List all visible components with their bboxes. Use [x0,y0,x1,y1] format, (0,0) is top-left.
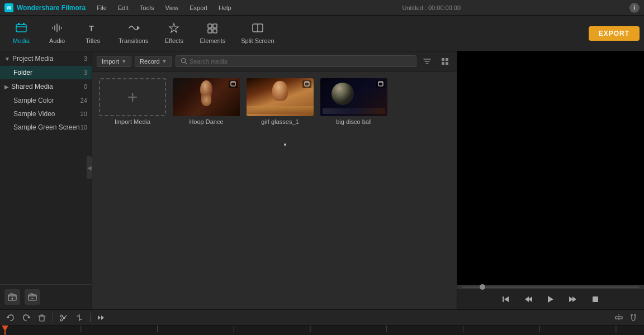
speed-button[interactable] [95,312,107,324]
folder-count: 3 [84,69,87,76]
sidebar-collapse-handle[interactable]: ◀ [87,156,92,179]
svg-line-15 [185,63,187,64]
playhead-handle [2,326,8,331]
import-media-item[interactable]: + Import Media [99,78,166,125]
import-placeholder[interactable]: + [99,78,166,116]
remove-folder-button[interactable] [25,289,40,305]
svg-rect-23 [503,296,504,302]
media-item-hoop-dance[interactable]: Hoop Dance [173,78,240,125]
prev-frame-button[interactable] [499,293,513,306]
svg-rect-21 [305,82,309,86]
timeline-separator [53,313,53,322]
tool-split-screen[interactable]: Split Screen [234,19,281,47]
project-media-count: 3 [84,55,87,62]
timeline: 00:00:00:00 00:00:08:10 00:00:16:20 00:0… [0,309,644,335]
menu-help[interactable]: Help [216,3,234,12]
import-label: Import [102,58,119,65]
media-item-girl-glasses[interactable]: girl glasses_1 [247,78,314,125]
girl-glasses-thumb [247,78,314,116]
sidebar-item-sample-green-screen[interactable]: Sample Green Screen 10 [0,121,92,134]
svg-marker-27 [548,296,553,303]
svg-marker-28 [569,296,573,302]
svg-rect-19 [446,62,448,65]
app-name: Wondershare Filmora [17,4,86,12]
record-dropdown[interactable]: Record ▼ [135,56,172,67]
step-back-button[interactable] [522,293,535,306]
svg-marker-29 [572,296,576,302]
girl-glasses-label: girl glasses_1 [261,118,299,125]
playhead[interactable] [4,326,6,335]
svg-marker-25 [525,296,529,302]
sidebar-item-sample-video[interactable]: Sample Video 20 [0,107,92,121]
svg-rect-33 [40,316,44,321]
play-button[interactable] [544,293,557,306]
tool-titles[interactable]: T Titles [76,19,110,47]
shared-media-arrow: ▶ [4,84,9,90]
menu-file[interactable]: File [94,3,109,12]
sidebar-item-sample-color[interactable]: Sample Color 24 [0,94,92,107]
svg-rect-17 [446,58,448,61]
tool-transitions[interactable]: Transitions [112,19,155,47]
svg-rect-16 [442,58,444,61]
sample-green-screen-count: 10 [80,124,87,131]
tool-elements[interactable]: Elements [193,19,232,47]
cut-button[interactable] [58,312,70,324]
undo-button[interactable] [4,312,17,324]
info-button[interactable]: ℹ [629,3,640,13]
svg-point-14 [181,59,186,63]
svg-rect-0 [16,25,26,32]
menu-bar: File Edit Tools View Export Help [94,3,233,12]
split-screen-icon [252,22,264,35]
tool-media[interactable]: Media [4,19,38,47]
split-button[interactable] [73,312,86,324]
menu-edit[interactable]: Edit [116,3,131,12]
add-folder-button[interactable] [4,289,20,305]
grid-view-button[interactable] [438,54,452,69]
title-bar: W Wondershare Filmora File Edit Tools Vi… [0,0,644,16]
redo-button[interactable] [20,312,32,324]
svg-marker-5 [169,23,178,32]
tool-effects[interactable]: Effects [157,19,191,47]
sidebar-section-shared-media[interactable]: ▶ Shared Media 0 [0,79,92,94]
preview-screen [457,51,644,285]
tool-transitions-label: Transitions [119,37,148,44]
sample-video-count: 20 [80,111,87,117]
menu-view[interactable]: View [163,3,181,12]
import-dropdown[interactable]: Import ▼ [97,56,131,67]
search-icon [181,58,187,65]
add-track-button[interactable] [613,312,625,324]
svg-rect-1 [18,23,20,25]
filter-button[interactable] [420,54,434,69]
window-title: Untitled : 00:00:00:00 [234,4,629,11]
menu-tools[interactable]: Tools [138,3,157,12]
disco-ball-thumb [320,78,387,116]
svg-rect-30 [593,296,598,302]
timeline-ruler[interactable]: 00:00:00:00 00:00:08:10 00:00:16:20 00:0… [0,326,644,335]
project-media-arrow: ▼ [4,56,10,62]
progress-track[interactable] [462,286,640,288]
stop-button[interactable] [589,293,602,306]
plus-icon: + [127,88,138,106]
app-logo: W Wondershare Filmora [4,3,86,12]
sidebar-item-folder[interactable]: Folder 3 [0,66,92,79]
delete-button[interactable] [36,312,48,324]
export-button[interactable]: EXPORT [589,26,640,41]
menu-export[interactable]: Export [187,3,210,12]
sample-color-count: 24 [80,97,87,104]
tool-elements-label: Elements [200,37,225,44]
svg-rect-2 [23,23,25,25]
hoop-dance-thumb [173,78,240,116]
progress-thumb [480,284,485,290]
svg-marker-26 [528,296,532,302]
svg-marker-41 [98,315,101,320]
magnetic-button[interactable] [627,312,640,324]
step-forward-button[interactable] [566,293,580,306]
tool-split-screen-label: Split Screen [241,37,274,44]
ruler-svg: 00:00:00:00 00:00:08:10 00:00:16:20 00:0… [4,326,640,335]
media-item-disco-ball[interactable]: big disco ball [320,78,387,125]
sidebar-section-project-media[interactable]: ▼ Project Media 3 [0,51,92,66]
tool-media-label: Media [13,37,30,44]
elements-icon [206,22,219,35]
tool-audio[interactable]: Audio [40,19,74,47]
search-input[interactable] [190,58,411,65]
